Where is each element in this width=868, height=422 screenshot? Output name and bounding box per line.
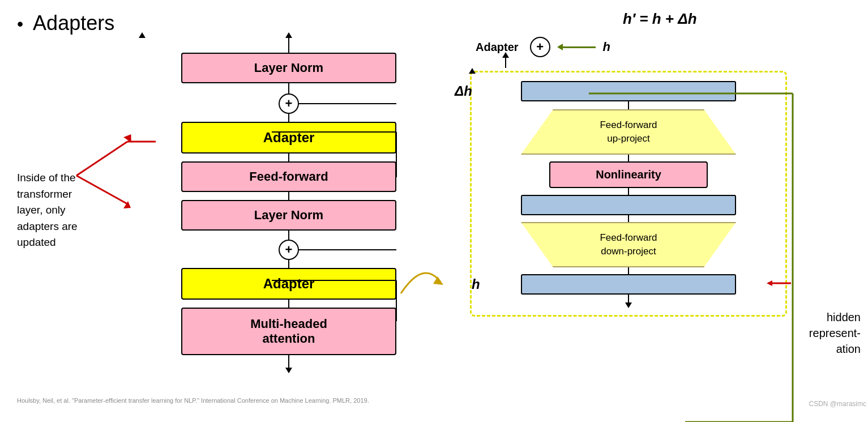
plus-circle-mid: + (279, 240, 299, 260)
left-diagram: Layer Norm + (142, 37, 413, 369)
ff-up-project-block: Feed-forwardup-project (521, 109, 736, 155)
curved-arrow (398, 265, 449, 302)
title-text: Adapters (33, 11, 114, 35)
ff-down-project-block: Feed-forwarddown-project (521, 222, 736, 267)
layer-norm-mid-block: Layer Norm (181, 200, 396, 231)
h-label-bottom: h (472, 276, 480, 292)
right-section: h′ = h + Δh Adapter + h Δh (464, 6, 868, 414)
delta-h-label: Δh (455, 83, 472, 99)
plus-circle-top: + (279, 93, 299, 114)
h-bar-row: h (489, 274, 768, 295)
blocks-column: Layer Norm + (164, 37, 413, 369)
feed-forward-block: Feed-forward (181, 161, 396, 192)
adapter-top-block: Adapter (181, 122, 396, 154)
citation: Houlsby, Neil, et al. "Parameter-efficie… (17, 396, 385, 406)
title-bullet: • Adapters (17, 11, 114, 35)
svg-marker-11 (123, 201, 131, 208)
ff-down-label: Feed-forwarddown-project (600, 231, 657, 258)
csdn-watermark: CSDN @marasimc (809, 400, 866, 408)
delta-h-bar (521, 81, 736, 101)
hidden-rep-label: hidden represent- ation (809, 309, 861, 357)
formula-top: h′ = h + Δh (623, 10, 697, 28)
svg-marker-9 (123, 133, 135, 144)
up-arrow-right (505, 57, 506, 68)
plus-circle-row-mid: + (181, 240, 396, 260)
svg-marker-0 (433, 276, 443, 285)
h-label-right: h (603, 40, 610, 54)
adapter-row: Adapter + h (476, 37, 610, 57)
nonlinearity-block: Nonlinearity (549, 161, 708, 188)
bottom-arrow (288, 355, 289, 369)
h-row: h (562, 40, 610, 54)
main-container: • Adapters Inside of the transformer lay… (0, 0, 868, 422)
bottleneck-bar (521, 195, 736, 215)
h-bar (521, 274, 736, 295)
right-blocks-inner: Δh Feed-forwardup-project Nonlinearity (470, 71, 787, 317)
ff-up-label: Feed-forwardup-project (600, 118, 657, 146)
ff-up-project-wrapper: Feed-forwardup-project (521, 109, 736, 155)
top-arrow (288, 37, 289, 53)
red-arrow-right (766, 279, 791, 290)
svg-marker-13 (767, 280, 772, 286)
ff-down-project-wrapper: Feed-forwarddown-project (521, 222, 736, 267)
plus-row-top (181, 83, 396, 93)
adapter-label: Adapter (476, 41, 519, 54)
left-section: • Adapters Inside of the transformer lay… (11, 6, 453, 414)
plus-circle-right: + (530, 37, 550, 57)
right-diagram-box: Δh Feed-forwardup-project Nonlinearity (470, 71, 776, 317)
layer-norm-top-block: Layer Norm (181, 53, 396, 83)
adapter-bottom-block: Adapter (181, 268, 396, 300)
inside-text: Inside of the transformer layer, only ad… (17, 170, 122, 251)
delta-h-row: Δh (489, 81, 768, 101)
bottleneck-row (489, 195, 768, 215)
plus-circle-row-top: + (181, 93, 396, 114)
down-arrow-h (628, 267, 629, 274)
multi-head-block: Multi-headed attention (181, 308, 396, 355)
